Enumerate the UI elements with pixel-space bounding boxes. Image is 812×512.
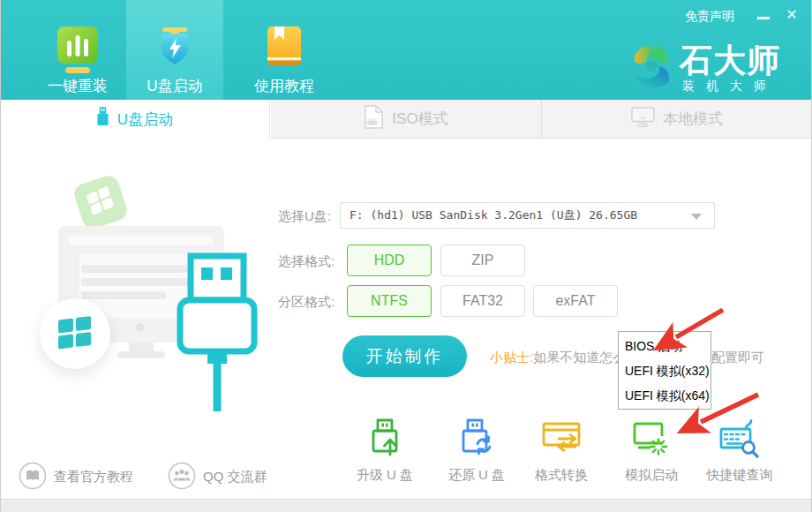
window-bottom-strip (0, 499, 812, 512)
tool-hotkey-query[interactable]: 快捷键查询 (697, 418, 782, 484)
nav-tab-reinstall[interactable]: 一键重装 (29, 0, 126, 100)
minimize-icon (757, 17, 770, 19)
footer-link-label: 查看官方教程 (54, 469, 133, 486)
app-logo: 石大师 装机大师 (628, 39, 787, 95)
tool-upgrade-usb[interactable]: 升级 U 盘 (342, 418, 427, 484)
usb-plug-illustration (172, 249, 260, 420)
tip-text-tail: 配置即可 (711, 350, 764, 366)
nav-tab-label: 一键重装 (29, 76, 126, 96)
tool-label: 快捷键查询 (697, 467, 782, 484)
hotkey-search-icon (719, 418, 760, 462)
boot-menu-item-bios[interactable]: BIOS 启动 (619, 334, 710, 358)
format-option-zip[interactable]: ZIP (440, 245, 525, 276)
qq-group-link[interactable]: QQ 交流群 (168, 463, 267, 491)
mode-tab-label: 本地模式 (663, 109, 723, 129)
boot-menu-item-uefi-x32[interactable]: UEFI 模拟(x32) (619, 358, 710, 383)
usb-stick-icon (96, 107, 109, 132)
chart-icon (54, 25, 102, 79)
nav-tab-tutorial[interactable]: 使用教程 (236, 0, 333, 100)
header: 一键重装 U盘启动 (0, 0, 812, 100)
windows-logo-icon (40, 298, 110, 369)
main-panel: 选择U盘: F: (hd1) USB SanDisk 3.2Gen1 (U盘) … (0, 139, 812, 499)
usb-select-label: 选择U盘: (278, 208, 331, 225)
tool-label: 升级 U 盘 (342, 467, 427, 484)
tutorial-book-icon (19, 462, 47, 493)
mode-tab-usb-boot[interactable]: U盘启动 (0, 100, 270, 139)
minimize-button[interactable] (756, 9, 771, 25)
restore-usb-icon (456, 418, 497, 462)
tool-format-convert[interactable]: 格式转换 (519, 418, 604, 484)
partition-option-exfat[interactable]: exFAT (533, 285, 618, 317)
start-make-button[interactable]: 开始制作 (342, 335, 467, 377)
chevron-down-icon (691, 214, 702, 220)
tool-label: 模拟启动 (609, 467, 694, 484)
tool-simulate-boot[interactable]: 模拟启动 (609, 418, 694, 484)
nav-tab-usb-boot[interactable]: U盘启动 (126, 0, 223, 100)
boot-mode-menu: BIOS 启动 UEFI 模拟(x32) UEFI 模拟(x64) (618, 331, 711, 410)
partition-option-ntfs[interactable]: NTFS (347, 285, 432, 317)
logo-subtitle: 装机大师 (682, 79, 778, 94)
app-window: 一键重装 U盘启动 (0, 0, 812, 512)
monitor-stand (129, 343, 154, 351)
monitor-base (117, 351, 165, 358)
qq-group-icon (168, 462, 196, 493)
iso-file-icon: ISO (364, 105, 384, 133)
tool-label: 还原 U 盘 (434, 467, 519, 484)
svg-text:ISO: ISO (368, 119, 378, 124)
partition-label: 分区格式: (278, 294, 335, 311)
shield-lightning-icon (152, 25, 198, 74)
usb-select-dropdown[interactable]: F: (hd1) USB SanDisk 3.2Gen1 (U盘) 26.65G… (340, 202, 715, 229)
format-convert-icon (541, 418, 582, 462)
usb-select-value: F: (hd1) USB SanDisk 3.2Gen1 (U盘) 26.65G… (350, 203, 637, 228)
nav-tab-label: 使用教程 (236, 76, 333, 96)
disclaimer-link[interactable]: 免责声明 (685, 9, 734, 25)
book-icon (261, 25, 307, 74)
boot-menu-item-uefi-x64[interactable]: UEFI 模拟(x64) (619, 383, 710, 408)
tip-text: 小贴士:如果不知道怎么 (490, 350, 626, 366)
close-button[interactable]: ✕ (784, 7, 800, 23)
partition-option-fat32[interactable]: FAT32 (440, 285, 525, 317)
mode-tab-iso[interactable]: ISO ISO模式 (271, 100, 541, 139)
format-label: 选择格式: (278, 253, 335, 270)
format-option-hdd[interactable]: HDD (347, 245, 432, 276)
footer-link-label: QQ 交流群 (203, 469, 267, 486)
upgrade-usb-icon (365, 418, 405, 462)
tool-label: 格式转换 (519, 467, 604, 484)
tool-restore-usb[interactable]: 还原 U 盘 (434, 418, 519, 484)
logo-title: 石大师 (680, 39, 780, 83)
official-tutorial-link[interactable]: 查看官方教程 (19, 463, 133, 491)
simulate-boot-icon (631, 418, 672, 462)
mode-tab-label: ISO模式 (392, 109, 447, 129)
monitor-icon (631, 107, 655, 132)
mode-tab-local[interactable]: 本地模式 (541, 100, 812, 139)
mode-tab-bar: U盘启动 ISO ISO模式 本地 (0, 100, 812, 139)
windows-chip-icon (71, 173, 130, 231)
nav-tab-label: U盘启动 (126, 76, 223, 96)
tip-label: 小贴士: (490, 350, 533, 365)
mode-tab-label: U盘启动 (117, 109, 173, 130)
logo-swirl-icon (628, 42, 674, 97)
